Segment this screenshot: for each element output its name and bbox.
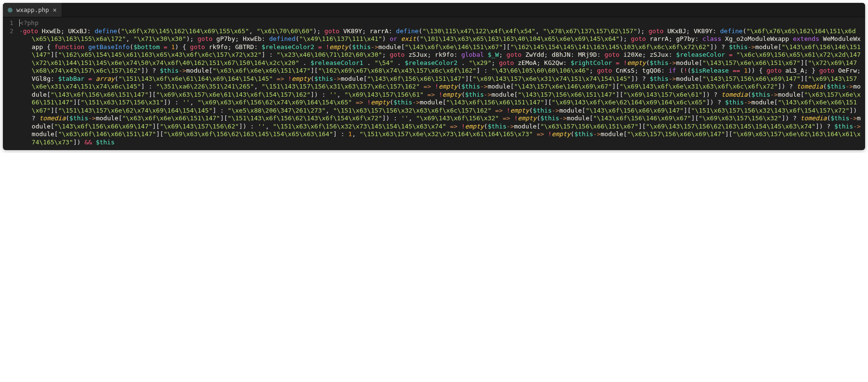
php-icon (8, 8, 13, 13)
tab-bar: wxapp.php ✕ (3, 3, 865, 17)
tab-wxapp[interactable]: wxapp.php ✕ (3, 3, 62, 17)
code-line-1: <?php (19, 19, 861, 27)
editor-window: wxapp.php ✕ 1 2 <?php·goto HxwEb; UKxBJ:… (3, 3, 865, 150)
code-line-2: ·goto HxwEb; UKxBJ: define("\x6f\x76\145… (19, 27, 861, 147)
tab-filename: wxapp.php (16, 6, 49, 13)
gutter: 1 2 (3, 19, 19, 146)
code-content[interactable]: <?php·goto HxwEb; UKxBJ: define("\x6f\x7… (19, 19, 865, 146)
code-area[interactable]: 1 2 <?php·goto HxwEb; UKxBJ: define("\x6… (3, 17, 865, 150)
line-number-1: 1 (10, 19, 13, 27)
close-icon[interactable]: ✕ (53, 6, 57, 13)
line-number-2: 2 (10, 27, 13, 36)
